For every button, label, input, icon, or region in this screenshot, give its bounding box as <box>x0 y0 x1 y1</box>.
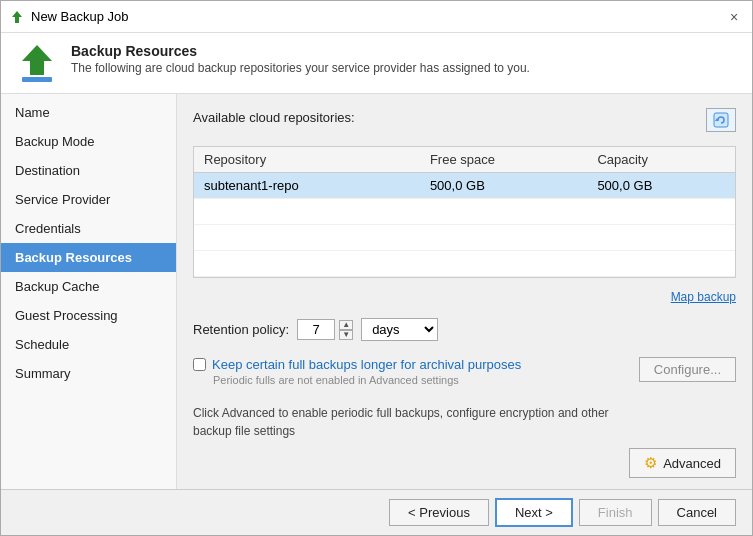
spin-buttons: ▲ ▼ <box>339 320 353 340</box>
gear-icon: ⚙ <box>644 454 657 472</box>
finish-button[interactable]: Finish <box>579 499 652 526</box>
map-backup-link[interactable]: Map backup <box>193 290 736 304</box>
header-icon-container <box>17 43 57 83</box>
table-row-empty-1 <box>194 199 735 225</box>
spin-up-button[interactable]: ▲ <box>339 320 353 330</box>
repo-table-container: Repository Free space Capacity subtenant… <box>193 146 736 278</box>
advanced-btn-row: ⚙ Advanced <box>193 448 736 478</box>
sidebar-item-destination[interactable]: Destination <box>1 156 176 185</box>
header-text: Backup Resources The following are cloud… <box>71 43 530 75</box>
content-area: Available cloud repositories: Repository <box>177 94 752 489</box>
sidebar-item-credentials[interactable]: Credentials <box>1 214 176 243</box>
table-row-empty-2 <box>194 225 735 251</box>
periodic-note: Periodic fulls are not enabled in Advanc… <box>213 374 631 386</box>
retention-label: Retention policy: <box>193 322 289 337</box>
app-icon <box>9 9 25 25</box>
repo-table: Repository Free space Capacity subtenant… <box>194 147 735 277</box>
sidebar-item-backup-cache[interactable]: Backup Cache <box>1 272 176 301</box>
svg-marker-1 <box>22 45 52 75</box>
sidebar-item-schedule[interactable]: Schedule <box>1 330 176 359</box>
advanced-button[interactable]: ⚙ Advanced <box>629 448 736 478</box>
advanced-section: Click Advanced to enable periodic full b… <box>193 400 736 478</box>
configure-button[interactable]: Configure... <box>639 357 736 382</box>
svg-marker-0 <box>12 11 22 23</box>
spin-down-button[interactable]: ▼ <box>339 330 353 340</box>
sidebar-item-service-provider[interactable]: Service Provider <box>1 185 176 214</box>
retention-unit-select[interactable]: days weeks months <box>361 318 438 341</box>
cell-free-space: 500,0 GB <box>420 173 588 199</box>
main-area: Name Backup Mode Destination Service Pro… <box>1 94 752 489</box>
title-bar: New Backup Job × <box>1 1 752 33</box>
header-area: Backup Resources The following are cloud… <box>1 33 752 94</box>
checkbox-label: Keep certain full backups longer for arc… <box>212 357 521 372</box>
previous-button[interactable]: < Previous <box>389 499 489 526</box>
cell-capacity: 500,0 GB <box>587 173 735 199</box>
checkbox-row: Keep certain full backups longer for arc… <box>193 357 631 372</box>
sidebar-item-guest-processing[interactable]: Guest Processing <box>1 301 176 330</box>
available-repos-header: Available cloud repositories: <box>193 108 736 132</box>
refresh-icon <box>713 112 729 128</box>
title-bar-left: New Backup Job <box>9 9 129 25</box>
available-repos-label: Available cloud repositories: <box>193 110 355 125</box>
window-title: New Backup Job <box>31 9 129 24</box>
col-free-space: Free space <box>420 147 588 173</box>
header-subtitle: The following are cloud backup repositor… <box>71 61 530 75</box>
next-button[interactable]: Next > <box>495 498 573 527</box>
col-repository: Repository <box>194 147 420 173</box>
window: New Backup Job × Backup Resources The fo… <box>0 0 753 536</box>
table-row-empty-3 <box>194 251 735 277</box>
cancel-button[interactable]: Cancel <box>658 499 736 526</box>
sidebar-item-backup-resources[interactable]: Backup Resources <box>1 243 176 272</box>
retention-row: Retention policy: ▲ ▼ days weeks months <box>193 318 736 341</box>
table-row[interactable]: subtenant1-repo 500,0 GB 500,0 GB <box>194 173 735 199</box>
advanced-label: Advanced <box>663 456 721 471</box>
header-title: Backup Resources <box>71 43 530 59</box>
header-download-icon <box>18 41 56 85</box>
footer: < Previous Next > Finish Cancel <box>1 489 752 535</box>
col-capacity: Capacity <box>587 147 735 173</box>
sidebar-item-backup-mode[interactable]: Backup Mode <box>1 127 176 156</box>
checkbox-configure-row: Keep certain full backups longer for arc… <box>193 357 736 386</box>
retention-input[interactable] <box>297 319 335 340</box>
sidebar: Name Backup Mode Destination Service Pro… <box>1 94 177 489</box>
refresh-repos-button[interactable] <box>706 108 736 132</box>
cell-repo-name: subtenant1-repo <box>194 173 420 199</box>
sidebar-item-name[interactable]: Name <box>1 98 176 127</box>
advanced-description: Click Advanced to enable periodic full b… <box>193 404 736 440</box>
close-button[interactable]: × <box>724 7 744 27</box>
checkbox-group: Keep certain full backups longer for arc… <box>193 357 631 386</box>
svg-rect-2 <box>22 77 52 82</box>
archival-checkbox[interactable] <box>193 358 206 371</box>
sidebar-item-summary[interactable]: Summary <box>1 359 176 388</box>
table-header-row: Repository Free space Capacity <box>194 147 735 173</box>
